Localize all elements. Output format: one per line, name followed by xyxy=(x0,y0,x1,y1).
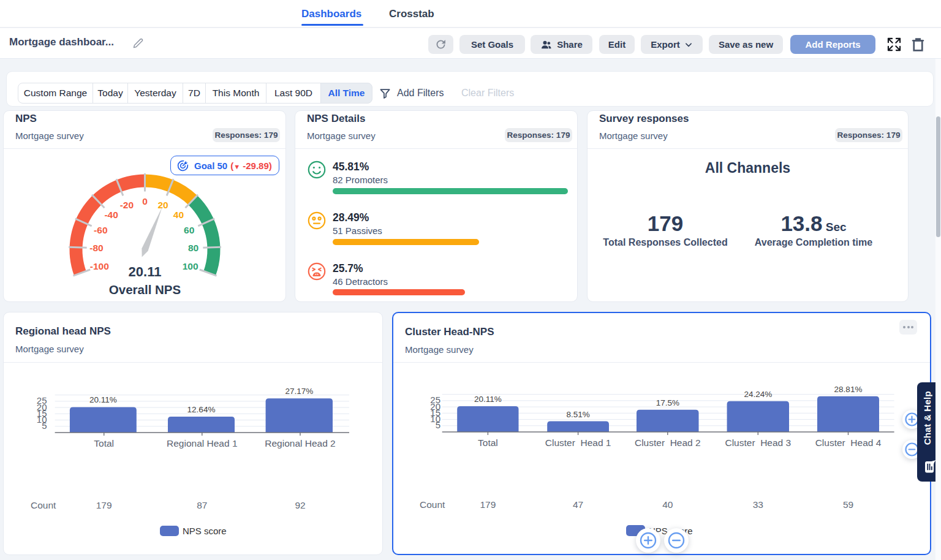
svg-text:40: 40 xyxy=(173,210,184,220)
svg-text:80: 80 xyxy=(188,243,198,253)
svg-text:-40: -40 xyxy=(104,210,118,220)
svg-text:Overall NPS: Overall NPS xyxy=(109,282,181,297)
svg-text:-60: -60 xyxy=(94,225,107,235)
svg-text:5: 5 xyxy=(42,420,47,431)
svg-text:-80: -80 xyxy=(89,243,103,253)
svg-text:5: 5 xyxy=(436,420,440,430)
svg-text:20.11: 20.11 xyxy=(129,264,162,279)
svg-text:100: 100 xyxy=(183,261,198,271)
svg-text:-20: -20 xyxy=(120,200,134,210)
svg-text:0: 0 xyxy=(142,196,148,206)
svg-text:60: 60 xyxy=(184,225,194,235)
svg-text:20: 20 xyxy=(157,200,168,210)
svg-text:-100: -100 xyxy=(90,261,109,271)
